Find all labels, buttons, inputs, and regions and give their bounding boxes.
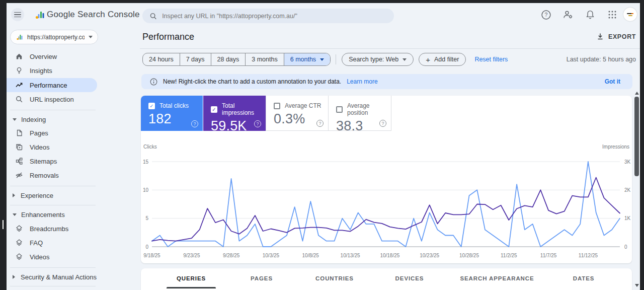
range-3-months[interactable]: 3 months — [245, 53, 283, 65]
learn-more-link[interactable]: Learn more — [347, 78, 377, 85]
tab-search-appearance[interactable]: SEARCH APPEARANCE — [460, 268, 534, 288]
svg-text:9/28/25: 9/28/25 — [223, 253, 240, 258]
export-button[interactable]: EXPORT — [597, 33, 636, 40]
chevron-right-icon — [13, 275, 15, 279]
sidebar: https://attoproperty.co... Overview Insi… — [7, 26, 126, 290]
checkbox[interactable] — [211, 106, 217, 113]
svg-text:10/28/25: 10/28/25 — [459, 253, 479, 258]
sidebar-item-insights[interactable]: Insights — [7, 63, 97, 78]
sidebar-item-label: Pages — [30, 129, 48, 137]
performance-chart-card: Total clicks 182 ? Total impressions 59.… — [141, 96, 632, 263]
svg-text:10/3/25: 10/3/25 — [263, 253, 280, 258]
scrollbar-up-arrow[interactable] — [635, 92, 639, 95]
menu-icon[interactable] — [11, 8, 24, 21]
sidebar-item-overview[interactable]: Overview — [7, 49, 97, 63]
tab-pages[interactable]: PAGES — [251, 268, 273, 288]
sidebar-section-label: Security & Manual Actions — [21, 273, 97, 281]
tab-dates[interactable]: DATES — [573, 268, 595, 288]
help-icon[interactable]: ? — [191, 120, 198, 127]
range-6-months[interactable]: 6 months — [284, 53, 330, 65]
banner-text: New! Right-click the chart to add a cust… — [163, 78, 341, 85]
metric-card-total-impressions[interactable]: Total impressions 59.5K ? — [203, 96, 266, 131]
sidebar-section-security[interactable]: Security & Manual Actions — [7, 270, 97, 284]
metric-label: Total clicks — [159, 102, 189, 109]
svg-text:10/18/25: 10/18/25 — [380, 253, 399, 258]
sidebar-item-faq[interactable]: FAQ — [7, 236, 97, 250]
tab-queries[interactable]: QUERIES — [177, 268, 206, 288]
help-icon[interactable]: ? — [316, 120, 324, 127]
search-icon — [15, 95, 23, 103]
sidebar-item-label: Videos — [30, 143, 50, 151]
notifications-icon[interactable] — [584, 8, 597, 21]
reset-filters-link[interactable]: Reset filters — [474, 56, 508, 63]
tab-devices[interactable]: DEVICES — [395, 268, 424, 288]
sidebar-item-breadcrumbs[interactable]: Breadcrumbs — [7, 222, 97, 236]
export-label: EXPORT — [608, 33, 636, 40]
metric-card-total-clicks[interactable]: Total clicks 182 ? — [141, 96, 203, 131]
sidebar-item-videos-enhancement[interactable]: Videos — [7, 250, 97, 264]
url-inspect-input[interactable] — [162, 13, 387, 20]
sidebar-item-pages[interactable]: Pages — [7, 126, 97, 140]
svg-text:15: 15 — [143, 159, 149, 165]
plus-icon: + — [426, 56, 430, 63]
divider — [10, 110, 96, 110]
sidebar-item-url-inspection[interactable]: URL inspection — [7, 92, 97, 106]
tab-countries[interactable]: COUNTRIES — [315, 268, 354, 288]
sidebar-item-videos[interactable]: Videos — [7, 140, 97, 154]
svg-text:10/23/25: 10/23/25 — [420, 253, 439, 258]
sidebar-item-label: Sitemaps — [30, 158, 57, 165]
chevron-down-icon — [13, 213, 17, 216]
chevron-down-icon — [89, 36, 93, 38]
url-inspect-searchbar[interactable] — [142, 9, 394, 23]
add-filter-button[interactable]: + Add filter — [419, 53, 466, 66]
sidebar-section-indexing[interactable]: Indexing — [7, 112, 97, 126]
clicks-impressions-line-chart[interactable]: 0051K102K153K9/18/259/23/259/28/2510/3/2… — [141, 149, 632, 261]
svg-text:2K: 2K — [624, 187, 631, 193]
dimension-tabs-card: QUERIES PAGES COUNTRIES DEVICES SEARCH A… — [141, 268, 632, 290]
sidebar-section-enhancements[interactable]: Enhancements — [7, 207, 97, 222]
filter-bar: 24 hours 7 days 28 days 3 months 6 month… — [142, 53, 636, 66]
scrollbar-thumb[interactable] — [634, 97, 639, 176]
metric-card-average-position[interactable]: Average position 38.3 ? — [329, 96, 391, 131]
scrollbar-down-arrow[interactable] — [635, 284, 639, 287]
help-icon[interactable]: ? — [254, 120, 261, 127]
sidebar-item-removals[interactable]: Removals — [7, 168, 97, 182]
annotation-promo-banner: New! Right-click the chart to add a cust… — [141, 74, 632, 89]
sidebar-item-label: Breadcrumbs — [30, 225, 68, 233]
got-it-button[interactable]: Got it — [605, 78, 620, 85]
svg-text:9/18/25: 9/18/25 — [143, 253, 160, 258]
range-7-days[interactable]: 7 days — [180, 53, 211, 65]
download-icon — [597, 33, 604, 40]
sidebar-section-label: Experience — [21, 192, 53, 199]
range-28-days[interactable]: 28 days — [211, 53, 246, 65]
svg-text:1K: 1K — [624, 215, 631, 221]
sidebar-section-experience[interactable]: Experience — [7, 188, 97, 202]
app-title: Google Search Console — [47, 10, 140, 20]
sidebar-item-label: Performance — [30, 82, 67, 89]
account-avatar[interactable] — [623, 8, 637, 21]
property-selector[interactable]: https://attoproperty.co... — [10, 30, 98, 44]
svg-text:11/7/25: 11/7/25 — [540, 253, 557, 258]
checkbox[interactable] — [274, 103, 280, 109]
help-icon[interactable]: ? — [539, 8, 552, 21]
sidebar-item-label: URL inspection — [30, 96, 74, 103]
lightbulb-icon — [15, 66, 23, 75]
home-icon — [15, 52, 23, 60]
sidebar-item-performance[interactable]: Performance — [7, 78, 97, 92]
apps-grid-icon[interactable] — [606, 8, 619, 21]
manage-users-icon[interactable] — [561, 8, 575, 21]
property-url: https://attoproperty.co... — [27, 34, 85, 41]
checkbox[interactable] — [148, 103, 155, 109]
range-24-hours[interactable]: 24 hours — [143, 53, 180, 65]
svg-text:11/2/25: 11/2/25 — [501, 253, 517, 258]
help-icon[interactable]: ? — [379, 120, 386, 127]
checkbox[interactable] — [336, 106, 343, 113]
rich-result-diamond-icon — [15, 239, 23, 247]
svg-text:0: 0 — [624, 244, 627, 250]
sidebar-item-sitemaps[interactable]: Sitemaps — [7, 154, 97, 168]
chevron-down-icon — [320, 58, 324, 61]
svg-text:10/8/25: 10/8/25 — [302, 253, 319, 258]
search-type-button[interactable]: Search type: Web — [342, 53, 414, 66]
search-console-logo-icon — [35, 10, 45, 19]
metric-card-average-ctr[interactable]: Average CTR 0.3% ? — [266, 96, 329, 131]
